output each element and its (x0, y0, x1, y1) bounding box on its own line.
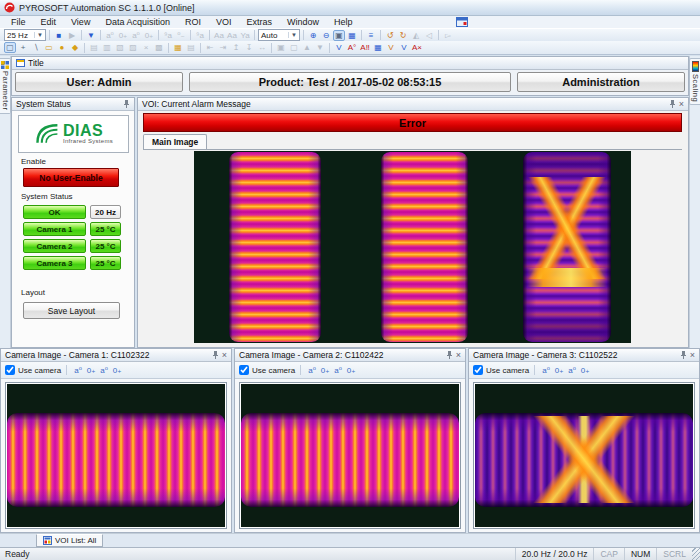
voi-validate-icon[interactable]: V (333, 42, 345, 53)
pin-icon[interactable] (123, 100, 130, 108)
camera-settings-icon[interactable]: 0₊ (111, 365, 123, 376)
rotate-left-icon[interactable]: ↺ (384, 30, 396, 41)
camera2-thermal-image[interactable] (241, 384, 459, 527)
voi-save-icon[interactable]: V (385, 42, 397, 53)
enable-button[interactable]: No User-Enable (23, 168, 119, 187)
raise-roi-icon[interactable]: ▲ (301, 42, 313, 53)
zoom-out-icon[interactable]: ⊖ (320, 30, 332, 41)
scaling-side-tab[interactable]: Scaling (689, 58, 700, 105)
pin-icon[interactable] (680, 351, 687, 359)
voi-copy-icon[interactable]: ▦ (172, 42, 184, 53)
alarm-reset-all-icon[interactable]: A‼ (359, 42, 371, 53)
flip-vertical-icon[interactable]: ◁ (423, 30, 435, 41)
parameter-side-tab[interactable]: Parameter (0, 58, 11, 114)
rotate-right-icon[interactable]: ↻ (397, 30, 409, 41)
group-rois-icon[interactable]: ▣ (275, 42, 287, 53)
original-size-icon[interactable]: ▦ (346, 30, 358, 41)
camera-snapshot-icon[interactable]: a⁰ (98, 365, 110, 376)
record-icon[interactable]: ⁹a (162, 30, 174, 41)
clear-rois-icon[interactable]: ▩ (153, 42, 165, 53)
status-rate-button[interactable]: 20 Hz (90, 205, 121, 219)
stop-icon[interactable]: ■ (53, 30, 65, 41)
title-bar[interactable]: PYROSOFT Automation SC 1.1.1.0 [Online] (0, 0, 700, 16)
cut-roi-icon[interactable]: ▥ (101, 42, 113, 53)
record-stop-icon[interactable]: ⁰₋ (175, 30, 187, 41)
use-camera-checkbox[interactable] (5, 365, 15, 375)
play-icon[interactable]: ▶ (66, 30, 78, 41)
copy-roi-icon[interactable]: ▤ (88, 42, 100, 53)
voi-paste-icon[interactable]: ▤ (185, 42, 197, 53)
ungroup-rois-icon[interactable]: ▢ (288, 42, 300, 53)
scaling-mode-select[interactable]: Auto ▼ (258, 29, 300, 41)
distribute-icon[interactable]: ↔ (256, 42, 268, 53)
draw-polygon-icon[interactable]: ◆ (69, 42, 81, 53)
filter-icon[interactable]: ▼ (85, 30, 97, 41)
status-camera2-temp[interactable]: 25 °C (90, 239, 121, 253)
align-right-icon[interactable]: ⇥ (217, 42, 229, 53)
assign-camera-4-icon[interactable]: 0₊ (143, 30, 155, 41)
save-layout-button[interactable]: Save Layout (23, 302, 120, 319)
align-bottom-icon[interactable]: ↧ (243, 42, 255, 53)
range-lower-icon[interactable]: Aa (226, 30, 238, 41)
status-ok-button[interactable]: OK (23, 205, 86, 219)
snapshot-icon[interactable]: ⁹a (194, 30, 206, 41)
assign-camera-1-icon[interactable]: a⁰ (104, 30, 116, 41)
pin-icon[interactable] (669, 100, 676, 108)
menu-data-acquisition[interactable]: Data Acquisition (98, 17, 177, 27)
status-camera1-button[interactable]: Camera 1 (23, 222, 86, 236)
camera-live-icon[interactable]: a⁰ (540, 365, 552, 376)
menu-file[interactable]: File (4, 17, 33, 27)
palette-icon[interactable]: ≡ (365, 30, 377, 41)
range-upper-icon[interactable]: Aa (213, 30, 225, 41)
fit-to-window-icon[interactable]: ▣ (333, 30, 345, 41)
main-thermal-image[interactable] (194, 151, 631, 343)
voi-table-icon[interactable]: ▦ (372, 42, 384, 53)
camera-settings-icon[interactable]: 0₊ (579, 365, 591, 376)
use-camera-checkbox[interactable] (473, 365, 483, 375)
align-left-icon[interactable]: ⇤ (204, 42, 216, 53)
camera-snapshot-icon[interactable]: a⁰ (332, 365, 344, 376)
status-camera3-button[interactable]: Camera 3 (23, 256, 86, 270)
camera3-thermal-image[interactable] (475, 384, 693, 527)
product-button[interactable]: Product: Test / 2017-05-02 08:53:15 (189, 72, 511, 92)
resize-grip[interactable] (692, 548, 700, 560)
pointer-mode-icon[interactable]: ▻ (442, 30, 454, 41)
zoom-in-icon[interactable]: ⊕ (307, 30, 319, 41)
docking-window-icon[interactable] (456, 17, 468, 27)
duplicate-roi-icon[interactable]: ▨ (127, 42, 139, 53)
flip-horizontal-icon[interactable]: ◭ (410, 30, 422, 41)
menu-roi[interactable]: ROI (178, 17, 208, 27)
menu-extras[interactable]: Extras (239, 17, 279, 27)
delete-roi-icon[interactable]: × (140, 42, 152, 53)
draw-ellipse-icon[interactable]: ● (56, 42, 68, 53)
draw-line-icon[interactable]: ∖ (30, 42, 42, 53)
tab-main-image[interactable]: Main Image (143, 134, 207, 149)
camera-snapshot-icon[interactable]: a⁰ (566, 365, 578, 376)
alarm-reset-icon[interactable]: A° (346, 42, 358, 53)
camera-stop-icon[interactable]: 0₊ (553, 365, 565, 376)
status-camera2-button[interactable]: Camera 2 (23, 239, 86, 253)
voi-list-tab[interactable]: VOI List: All (36, 534, 103, 547)
pin-icon[interactable] (446, 351, 453, 359)
user-button[interactable]: User: Admin (15, 72, 183, 92)
close-icon[interactable]: × (679, 100, 684, 109)
status-camera3-temp[interactable]: 25 °C (90, 256, 121, 270)
select-tool-icon[interactable]: ▢ (4, 42, 16, 53)
camera-settings-icon[interactable]: 0₊ (345, 365, 357, 376)
pin-icon[interactable] (212, 351, 219, 359)
administration-button[interactable]: Administration (517, 72, 685, 92)
alarm-delete-icon[interactable]: A× (411, 42, 423, 53)
menu-edit[interactable]: Edit (34, 17, 64, 27)
camera-stop-icon[interactable]: 0₊ (85, 365, 97, 376)
assign-camera-3-icon[interactable]: a⁰ (130, 30, 142, 41)
camera-live-icon[interactable]: a⁰ (72, 365, 84, 376)
menu-help[interactable]: Help (327, 17, 360, 27)
close-icon[interactable]: × (222, 351, 227, 360)
close-icon[interactable]: × (690, 351, 695, 360)
use-camera-checkbox[interactable] (239, 365, 249, 375)
camera-live-icon[interactable]: a⁰ (306, 365, 318, 376)
range-reset-icon[interactable]: Ya (239, 30, 251, 41)
lower-roi-icon[interactable]: ▼ (314, 42, 326, 53)
menu-view[interactable]: View (64, 17, 97, 27)
menu-window[interactable]: Window (280, 17, 326, 27)
